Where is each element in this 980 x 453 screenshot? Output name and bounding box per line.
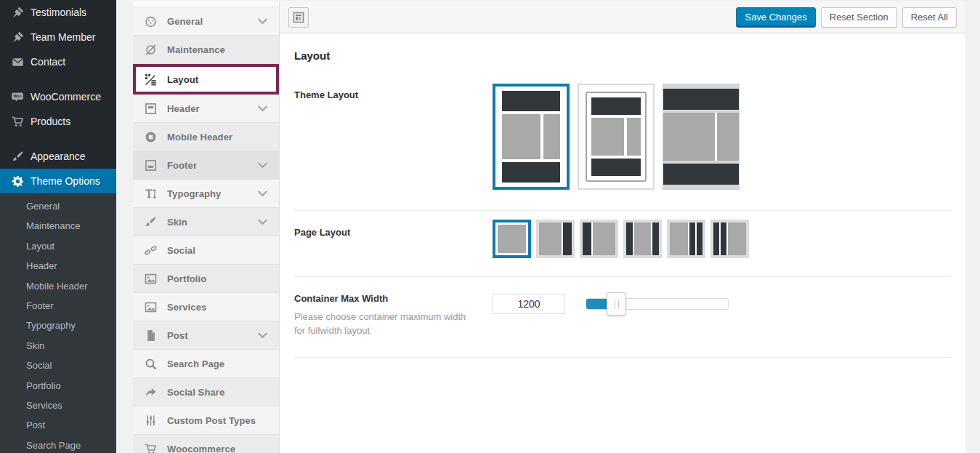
thumb-inner (713, 223, 746, 255)
thumb-footer-block (591, 159, 641, 176)
reset-section-button[interactable]: Reset Section (821, 7, 897, 28)
options-menu-label: Mobile Header (167, 132, 267, 143)
theme-layout-option-fullwidth[interactable] (663, 84, 740, 190)
sidebar-item-theme-options[interactable]: Theme Options (0, 169, 116, 193)
sidebar-block (563, 223, 572, 255)
paintbrush-icon (10, 149, 25, 164)
options-menu-item-custom-post-types[interactable]: Custom Post Types (133, 406, 279, 435)
options-menu-label: Post (167, 330, 258, 341)
sidebar-item-label: Testimonials (31, 7, 86, 18)
sliders-icon (145, 414, 159, 427)
container-max-width-slider[interactable] (586, 298, 729, 310)
submenu-item-maintenance[interactable]: Maintenance (0, 216, 116, 236)
options-menu-item-header[interactable]: Header (133, 95, 279, 123)
content-block (634, 223, 652, 255)
layout-settings-section: Layout Theme Layout (280, 49, 965, 358)
options-menu-label: Woocommerce (167, 444, 267, 453)
options-menu-item-portfolio[interactable]: Portfolio (133, 265, 279, 293)
container-max-width-input[interactable] (493, 294, 565, 314)
content-block (670, 223, 688, 255)
page-layout-option-double-right-sidebar[interactable] (667, 220, 705, 258)
submenu-item-layout[interactable]: Layout (0, 236, 116, 256)
page-layout-option-both-sidebars[interactable] (623, 220, 662, 258)
thumb-header-block (591, 97, 641, 115)
mobile-header-icon (145, 131, 159, 143)
options-menu-item-post[interactable]: Post (133, 321, 279, 350)
thumb-inner (583, 223, 615, 255)
options-menu-label: Social Share (167, 387, 267, 398)
save-changes-button[interactable]: Save Changes (736, 7, 815, 28)
reset-all-button[interactable]: Reset All (902, 7, 957, 28)
sidebar-item-appearance[interactable]: Appearance (0, 144, 116, 169)
thumb-middle (591, 118, 641, 156)
page-layout-option-right-sidebar[interactable] (536, 220, 575, 258)
options-menu-item-layout[interactable]: Layout (133, 64, 279, 95)
container-max-width-label: Container Max Width (294, 293, 493, 304)
field-control-col (493, 211, 951, 276)
options-menu-item-footer[interactable]: Footer (133, 151, 279, 180)
container-max-width-description: Please choose container maximum width fo… (294, 310, 476, 338)
sidebar-item-testimonials[interactable]: Testimonials (0, 0, 116, 25)
slider-handle[interactable] (607, 292, 626, 316)
page-layout-option-double-left-sidebar[interactable] (710, 220, 749, 258)
options-menu-item-typography[interactable]: Typography (133, 180, 279, 208)
options-menu-item-maintenance[interactable]: Maintenance (133, 36, 279, 64)
submenu-item-header[interactable]: Header (0, 256, 116, 276)
options-menu-item-social[interactable]: Social (133, 236, 279, 265)
submenu-item-portfolio[interactable]: Portfolio (0, 376, 116, 396)
options-menu-item-social-share[interactable]: Social Share (133, 378, 279, 406)
cart-icon (10, 114, 25, 129)
sidebar-item-woocommerce[interactable]: Woo WooCommerce (0, 84, 116, 109)
options-menu-label: Skin (167, 217, 258, 228)
link-icon (145, 244, 159, 257)
panel-layout-icon (293, 12, 304, 23)
cart-icon (145, 443, 159, 453)
thumb-header-block (663, 89, 739, 110)
page-layout-options (493, 220, 951, 258)
submenu-item-social[interactable]: Social (0, 356, 116, 375)
options-menu-item-services[interactable]: Services (133, 293, 279, 321)
thumb-inner (498, 225, 526, 253)
submenu-item-footer[interactable]: Footer (0, 296, 116, 316)
options-menu-label: Custom Post Types (167, 415, 267, 426)
theme-layout-option-wide-selected[interactable] (493, 84, 570, 190)
options-menu-item-mobile-header[interactable]: Mobile Header (133, 123, 279, 151)
options-menu-label: Portfolio (167, 273, 267, 284)
options-menu-item-general[interactable]: General (133, 7, 279, 36)
options-menu-item-search-page[interactable]: Search Page (133, 350, 279, 378)
submenu-item-skin[interactable]: Skin (0, 336, 116, 356)
theme-layout-option-boxed[interactable] (578, 84, 655, 190)
sidebar-item-products[interactable]: Products (0, 109, 116, 134)
options-menu-label: Header (167, 103, 258, 114)
thumb-inner (670, 223, 702, 255)
pushpin-icon (10, 30, 25, 44)
thumb-footer-block (663, 164, 739, 185)
options-menu-item-woocommerce[interactable]: Woocommerce (133, 435, 279, 453)
expand-options-button[interactable] (288, 7, 309, 28)
sidebar-block (583, 223, 591, 255)
image-icon (145, 273, 159, 285)
sidebar-block (721, 223, 726, 255)
sidebar-item-label: Theme Options (31, 175, 100, 187)
sidebar-block (713, 223, 719, 255)
submenu-item-typography[interactable]: Typography (0, 316, 116, 335)
theme-layout-field: Theme Layout (294, 69, 951, 211)
submenu-item-search-page[interactable]: Search Page (0, 436, 116, 453)
content-block (593, 223, 615, 255)
options-menu-item-skin[interactable]: Skin (133, 208, 279, 236)
options-menu-label: General (167, 16, 258, 27)
thumb-sidebar-block (717, 113, 739, 161)
submenu-item-general[interactable]: General (0, 196, 116, 216)
page-layout-option-left-sidebar[interactable] (580, 220, 618, 258)
submenu-item-mobile-header[interactable]: Mobile Header (0, 276, 116, 296)
sidebar-item-label: Products (31, 116, 70, 127)
sidebar-item-label: Appearance (31, 151, 86, 162)
sidebar-item-contact[interactable]: Contact (0, 49, 116, 74)
submenu-item-post[interactable]: Post (0, 415, 116, 435)
sidebar-item-team-member[interactable]: Team Member (0, 25, 116, 49)
page-layout-option-fullwidth-selected[interactable] (493, 220, 531, 258)
submenu-item-services[interactable]: Services (0, 396, 116, 415)
thumb-inner (539, 223, 572, 255)
thumb-content-block (591, 118, 624, 156)
chevron-down-icon (258, 105, 267, 112)
